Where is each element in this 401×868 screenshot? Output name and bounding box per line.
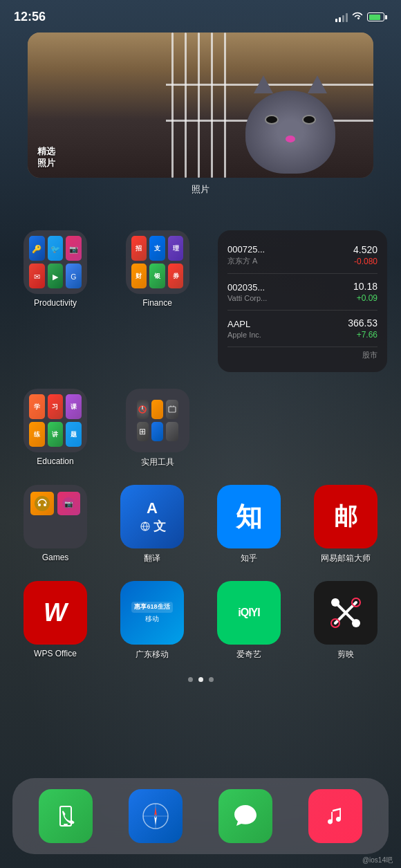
wps-app-icon[interactable]: W [24,581,87,645]
stock-2-code: 002035... [227,282,267,293]
wps-label: WPS Office [34,649,77,658]
fin-app-3: 理 [168,236,184,261]
finance-label: Finance [142,298,172,308]
education-folder[interactable]: 学 习 课 练 讲 题 Education [14,389,97,468]
home-screen: 🔑 🐦 📷 ✉ ▶ G Productivity [0,196,401,661]
dock-music[interactable] [308,789,362,843]
status-bar: 12:56 [0,0,401,27]
finance-folder[interactable]: 招 支 理 财 银 券 Finance [116,230,199,372]
jianying-app-icon[interactable] [314,581,377,645]
stock-3-price: 366.53 [348,317,377,329]
photo-scene [28,33,373,178]
photo-widget-container[interactable]: 精选 照片 照片 [14,33,387,196]
svg-text:📷: 📷 [69,245,79,254]
music-svg [320,801,351,831]
dock-messages-icon[interactable] [218,789,272,843]
folder-app-3: 📷 [66,236,82,261]
edu-app-6: 题 [66,422,82,447]
wps-app[interactable]: W WPS Office [14,581,97,661]
jianying-app[interactable]: 剪映 [304,581,387,661]
games-folder-icon[interactable]: 📷 [24,485,87,548]
dock [12,778,389,854]
mobile-banner: 惠享618生活 [131,602,172,613]
zhihu-app-icon[interactable]: 知 [217,485,281,548]
productivity-folder-icon[interactable]: 🔑 🐦 📷 ✉ ▶ G [24,230,87,294]
education-label: Education [37,456,73,466]
mobile-app-icon[interactable]: 惠享618生活 移动 [120,581,184,645]
battery-icon [367,12,387,21]
safari-svg [140,800,171,832]
stock-row-2: 002035... Vatti Corp... 10.18 +0.09 [227,274,377,311]
fin-app-2: 支 [149,236,165,261]
svg-text:📷: 📷 [64,499,73,508]
fin-app-1: 招 [131,236,147,261]
svg-text:G: G [71,273,77,281]
page-dots [0,677,401,682]
utility-folder[interactable]: ⊞ 实用工具 [116,389,199,468]
finance-folder-icon[interactable]: 招 支 理 财 银 券 [126,230,189,294]
photo-widget[interactable]: 精选 照片 [28,33,373,178]
app-row-3: 📷 Games A 文 翻译 知 [14,485,387,564]
dot-1 [188,677,193,682]
stocks-app-label: 股市 [227,350,377,360]
fin-app-5: 银 [149,264,165,288]
stock-2-price: 10.18 [353,281,377,292]
app-row-2: 学 习 课 练 讲 题 Education [14,389,387,468]
dot-3 [209,677,214,682]
email-app[interactable]: 邮 网易邮箱大师 [304,485,387,564]
translate-app[interactable]: A 文 翻译 [111,485,194,564]
stock-1-name: 京东方 A [227,256,265,266]
email-char: 邮 [334,501,357,533]
dock-phone[interactable] [39,789,93,843]
edu-app-2: 习 [48,394,64,419]
dock-music-icon[interactable] [308,789,362,843]
utility-folder-icon[interactable]: ⊞ [126,389,189,452]
folder-app-5: ▶ [48,264,64,288]
dock-messages[interactable] [218,789,272,843]
stock-3-name: Apple Inc. [227,331,261,339]
iqiyi-app[interactable]: iQIYI 爱奇艺 [207,581,290,661]
stocks-widget-body[interactable]: 000725... 京东方 A 4.520 -0.080 002035... V… [218,230,387,372]
iqiyi-label: 爱奇艺 [236,649,261,661]
wifi-icon [352,12,363,22]
jianying-scissors-svg [328,595,363,630]
svg-point-22 [352,619,360,627]
iqiyi-app-icon[interactable]: iQIYI [217,581,281,645]
translate-char-zh: 文 [153,518,166,535]
productivity-folder[interactable]: 🔑 🐦 📷 ✉ ▶ G Productivity [14,230,97,372]
svg-point-13 [38,504,41,506]
stocks-widget[interactable]: 000725... 京东方 A 4.520 -0.080 002035... V… [218,230,387,372]
messages-svg [230,801,261,831]
mobile-label: 广东移动 [136,649,169,661]
stock-1-change: -0.080 [353,257,377,266]
games-folder[interactable]: 📷 Games [14,485,97,564]
app-row-1: 🔑 🐦 📷 ✉ ▶ G Productivity [14,230,387,372]
jianying-label: 剪映 [337,649,354,661]
mobile-app[interactable]: 惠享618生活 移动 广东移动 [111,581,194,661]
stock-row-3: AAPL Apple Inc. 366.53 +7.66 [227,311,377,347]
signal-icon [335,12,348,22]
row2-spacer [218,389,387,468]
stock-1-price: 4.520 [353,244,377,255]
photo-overlay-label: 精选 照片 [37,146,55,169]
iqiyi-text: iQIYI [238,607,259,619]
svg-point-12 [35,496,50,511]
translate-char-a: A [147,499,158,517]
edu-app-1: 学 [29,394,45,419]
dock-safari-icon[interactable] [129,789,183,843]
email-app-icon[interactable]: 邮 [314,485,377,548]
status-icons [335,12,387,22]
edu-app-4: 练 [29,422,45,447]
translate-app-icon[interactable]: A 文 [120,485,184,548]
folder-app-6: G [66,264,82,288]
svg-text:🔑: 🔑 [32,244,42,254]
svg-text:✉: ✉ [34,273,40,281]
svg-line-8 [142,409,144,411]
education-folder-icon[interactable]: 学 习 课 练 讲 题 [24,389,87,452]
dock-safari[interactable] [129,789,183,843]
status-time: 12:56 [14,10,46,24]
edu-app-5: 讲 [48,422,64,447]
zhihu-app[interactable]: 知 知乎 [207,485,290,564]
dock-phone-icon[interactable] [39,789,93,843]
games-label: Games [42,553,69,562]
